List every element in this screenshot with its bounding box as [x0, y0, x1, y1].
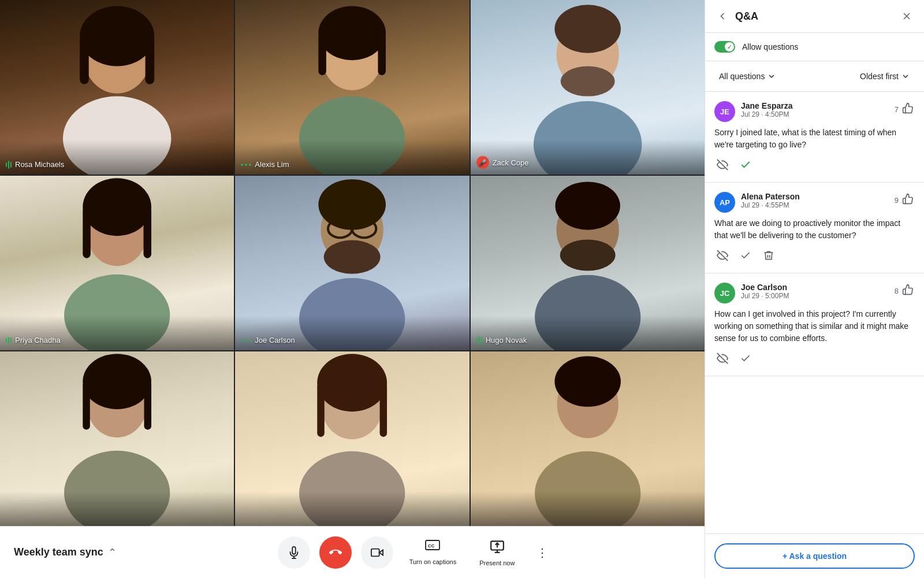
svg-point-14 — [560, 66, 614, 97]
mute-button[interactable] — [278, 536, 310, 569]
allow-questions-row: ✓ Allow questions — [705, 33, 924, 61]
question-card: JC Joe Carlson Jul 29 · 5:00PM 8 How can… — [705, 273, 924, 376]
like-button[interactable] — [901, 101, 915, 118]
question-author: Alena Paterson — [741, 192, 889, 201]
qa-title: Q&A — [735, 10, 894, 23]
captions-icon: CC — [425, 540, 440, 556]
svg-point-25 — [324, 240, 381, 273]
svg-marker-46 — [379, 550, 382, 555]
bottom-bar: Weekly team sync ⌃ — [0, 526, 705, 578]
video-tile[interactable] — [235, 351, 469, 526]
question-time: Jul 29 · 5:00PM — [741, 292, 889, 300]
participant-label: Joe Carlson — [241, 336, 295, 344]
speaking-dots-icon — [241, 164, 251, 166]
avatar: JC — [714, 283, 735, 303]
svg-rect-8 — [319, 33, 327, 75]
meeting-title-area: Weekly team sync ⌃ — [14, 546, 141, 559]
ask-question-button[interactable]: + Ask a question — [714, 543, 915, 569]
meeting-title: Weekly team sync — [14, 546, 103, 558]
participant-label: 🎤 Zack Cope — [476, 156, 529, 169]
svg-rect-18 — [143, 207, 151, 258]
captions-button[interactable]: CC Turn on captions — [403, 535, 464, 570]
allow-questions-toggle[interactable]: ✓ — [714, 41, 735, 53]
question-text: How can I get involved in this project? … — [714, 308, 915, 344]
present-button[interactable]: Present now — [472, 534, 521, 571]
participant-name: Joe Carlson — [255, 336, 295, 344]
svg-point-37 — [318, 354, 388, 412]
svg-rect-33 — [83, 381, 90, 429]
video-tile[interactable]: Rosa Michaels — [0, 0, 234, 175]
mark-answered-button[interactable] — [737, 247, 754, 264]
video-tile[interactable]: Alexis Lim — [235, 0, 469, 175]
qa-back-button[interactable] — [714, 8, 731, 24]
qa-footer: + Ask a question — [705, 533, 924, 578]
like-button[interactable] — [901, 283, 915, 299]
qa-close-button[interactable] — [899, 8, 915, 24]
chevron-up-icon[interactable]: ⌃ — [108, 546, 117, 559]
svg-point-24 — [319, 179, 386, 229]
like-count: 7 — [895, 105, 899, 114]
captions-label: Turn on captions — [409, 558, 457, 565]
like-button[interactable] — [901, 192, 915, 209]
hide-question-button[interactable] — [714, 247, 731, 264]
svg-rect-17 — [83, 207, 91, 258]
svg-rect-34 — [144, 381, 151, 429]
oldest-first-filter[interactable]: Oldest first — [855, 68, 915, 84]
svg-point-32 — [83, 354, 151, 409]
question-card: AP Alena Paterson Jul 29 · 4:55PM 9 What… — [705, 183, 924, 273]
present-icon — [490, 539, 505, 557]
allow-questions-label: Allow questions — [742, 42, 798, 51]
participant-name: Priya Chadha — [15, 336, 61, 344]
all-questions-filter[interactable]: All questions — [714, 68, 781, 84]
hide-question-button[interactable] — [714, 157, 731, 173]
question-time: Jul 29 · 4:55PM — [741, 201, 889, 209]
question-actions — [714, 350, 915, 366]
question-card: JE Jane Esparza Jul 29 · 4:50PM 7 Sorry … — [705, 92, 924, 183]
question-meta: Alena Paterson Jul 29 · 4:55PM — [741, 192, 889, 209]
question-header: JC Joe Carlson Jul 29 · 5:00PM 8 — [714, 283, 915, 303]
speaking-icon — [6, 161, 12, 169]
question-author: Jane Esparza — [741, 101, 889, 110]
end-call-button[interactable] — [319, 536, 352, 569]
video-tile[interactable]: Priya Chadha — [0, 176, 234, 350]
participant-name: Alexis Lim — [255, 160, 289, 169]
like-area: 7 — [895, 101, 915, 118]
more-options-button[interactable]: ⋮ — [531, 541, 554, 564]
questions-list: JE Jane Esparza Jul 29 · 4:50PM 7 Sorry … — [705, 92, 924, 533]
like-area: 9 — [895, 192, 915, 209]
svg-rect-39 — [380, 383, 387, 437]
video-tile[interactable]: 🎤 Zack Cope — [471, 0, 705, 175]
like-area: 8 — [895, 283, 915, 299]
toggle-thumb: ✓ — [725, 42, 734, 51]
question-header: AP Alena Paterson Jul 29 · 4:55PM 9 — [714, 192, 915, 213]
svg-rect-9 — [378, 33, 386, 75]
controls-center: CC Turn on captions Present now ⋮ — [141, 534, 691, 571]
delete-question-button[interactable] — [761, 247, 777, 264]
question-header: JE Jane Esparza Jul 29 · 4:50PM 7 — [714, 101, 915, 122]
svg-rect-38 — [318, 383, 325, 437]
speaking-icon — [476, 336, 482, 344]
question-actions — [714, 247, 915, 264]
svg-point-2 — [80, 6, 154, 66]
mark-answered-button[interactable] — [737, 350, 754, 366]
svg-point-28 — [555, 181, 620, 229]
mark-answered-button[interactable] — [737, 157, 754, 173]
svg-rect-47 — [371, 549, 379, 556]
svg-point-29 — [560, 239, 615, 271]
video-tile[interactable]: Hugo Novak — [471, 176, 705, 350]
video-tile[interactable] — [471, 351, 705, 526]
video-button[interactable] — [361, 536, 393, 569]
question-author: Joe Carlson — [741, 283, 889, 292]
svg-rect-3 — [80, 36, 89, 84]
video-area: Rosa Michaels Ale — [0, 0, 705, 578]
svg-rect-4 — [146, 36, 155, 84]
svg-point-42 — [554, 356, 621, 406]
participant-label: Rosa Michaels — [6, 160, 64, 169]
video-tile[interactable]: Joe Carlson — [235, 176, 469, 350]
svg-text:CC: CC — [428, 543, 435, 549]
participant-label: Alexis Lim — [241, 160, 289, 169]
like-count: 8 — [895, 287, 899, 295]
video-tile[interactable] — [0, 351, 234, 526]
svg-point-12 — [554, 5, 621, 53]
hide-question-button[interactable] — [714, 350, 731, 366]
